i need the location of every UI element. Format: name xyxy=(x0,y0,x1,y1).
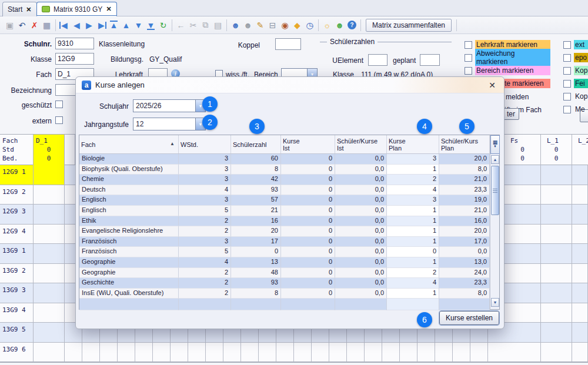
matrix-row-label[interactable]: 13G9 5 xyxy=(0,323,34,342)
kurse-plan-cell[interactable]: 1 xyxy=(387,226,439,237)
matrix-cell[interactable] xyxy=(572,205,588,224)
table-row[interactable]: Ethik21600,0116,0 xyxy=(79,216,490,227)
cut-icon[interactable]: ✂ xyxy=(187,19,199,32)
dialog-titlebar[interactable]: a Kurse anlegen ✕ xyxy=(76,77,504,93)
matrix-cell[interactable] xyxy=(34,264,65,283)
schulnr-field[interactable] xyxy=(55,38,94,49)
matrix-collapse-button[interactable]: Matrix zusammenfalten xyxy=(366,19,452,32)
matrix-row-label[interactable]: 12G9 1 xyxy=(0,165,34,185)
table-row[interactable]: Englisch52100,0121,0 xyxy=(79,206,490,216)
kurse-plan-cell[interactable]: 3 xyxy=(387,154,439,165)
matrix-cell[interactable] xyxy=(34,323,65,342)
matrix-row-label[interactable]: 12G9 4 xyxy=(0,225,34,244)
matrix-cell[interactable] xyxy=(505,165,541,185)
matrix-cell[interactable] xyxy=(34,185,65,205)
marker-item[interactable]: Kop xyxy=(563,91,588,102)
table-row[interactable]: Geographie41300,0113,0 xyxy=(79,257,490,268)
kurse-plan-cell[interactable]: 1 xyxy=(387,237,439,247)
kurse-plan-cell[interactable]: 4 xyxy=(387,278,439,289)
refresh-icon[interactable]: ↻ xyxy=(157,19,169,32)
teacher-icon[interactable]: ☻ xyxy=(242,19,254,32)
matrix-cell[interactable] xyxy=(572,244,588,263)
properties-icon[interactable]: ▦ xyxy=(41,19,53,32)
geplant-field[interactable] xyxy=(420,54,440,66)
scroll-up-button[interactable]: ▲ xyxy=(491,155,499,164)
matrix-cell[interactable] xyxy=(34,244,65,263)
matrix-cell[interactable] xyxy=(34,283,65,303)
matrix-cell[interactable] xyxy=(505,185,541,205)
matrix-row-label[interactable]: 12G9 3 xyxy=(0,205,34,224)
kurse-plan-cell[interactable]: 1 xyxy=(387,257,439,268)
extern-checkbox[interactable] xyxy=(55,116,63,124)
column-header[interactable]: KursePlan xyxy=(387,135,439,153)
matrix-row-label[interactable]: 12G9 2 xyxy=(0,185,34,205)
matrix-row-label[interactable]: 13G9 6 xyxy=(0,343,34,362)
jump-top-icon[interactable]: ▲ xyxy=(108,19,120,32)
table-row[interactable]: Deutsch49300,0423,3 xyxy=(79,185,490,196)
marker-checkbox[interactable] xyxy=(563,41,571,49)
matrix-row-label[interactable]: 13G9 1 xyxy=(0,244,34,263)
print-icon[interactable]: ⊟ xyxy=(266,19,279,32)
table-row[interactable]: Geographie24800,0224,0 xyxy=(79,268,490,279)
matrix-cell[interactable] xyxy=(572,165,588,185)
matrix-cell[interactable] xyxy=(541,283,572,303)
matrix-cell[interactable] xyxy=(572,323,588,342)
jahrgangstufe-select[interactable]: 12 ▼ xyxy=(133,118,206,130)
paste-icon[interactable]: ▤ xyxy=(212,19,224,32)
marker-checkbox[interactable] xyxy=(465,67,472,75)
column-header[interactable]: Schüler/KurseIst xyxy=(335,135,387,153)
filter-button-fragment[interactable]: ter xyxy=(503,108,519,120)
schuljahr-select[interactable]: 2025/26 ▼ xyxy=(133,99,206,112)
marker-item[interactable]: Kop xyxy=(563,65,588,76)
matrix-col-fs[interactable]: Fs 0 0 xyxy=(505,135,541,165)
matrix-cell[interactable] xyxy=(572,264,588,283)
marker-checkbox[interactable] xyxy=(465,54,472,62)
matrix-cell[interactable] xyxy=(541,303,572,323)
matrix-cell[interactable] xyxy=(505,205,541,224)
view-icon[interactable]: ◉ xyxy=(279,19,291,32)
marker-checkbox[interactable] xyxy=(563,106,571,113)
matrix-cell[interactable] xyxy=(541,165,572,185)
previous-record-icon[interactable]: ◀ xyxy=(71,19,83,32)
column-header[interactable]: Schüler/KursPlan xyxy=(439,135,490,153)
column-header[interactable]: WStd. xyxy=(179,135,231,153)
marker-item[interactable]: Abweichung markieren xyxy=(465,52,550,63)
first-record-icon[interactable]: ◀ xyxy=(58,19,71,32)
matrix-cell[interactable] xyxy=(541,264,572,283)
marker-item[interactable]: ext xyxy=(563,39,588,50)
marker-checkbox[interactable] xyxy=(465,41,472,49)
table-row[interactable]: Französisch31700,0117,0 xyxy=(79,237,490,247)
kurse-plan-cell[interactable]: 0 xyxy=(387,247,439,257)
table-row[interactable]: Französisch5000,000,0 xyxy=(79,247,490,257)
column-header[interactable]: KurseIst xyxy=(281,135,335,153)
clock-icon[interactable]: ◷ xyxy=(303,19,316,32)
jump-bottom-icon[interactable]: ▼ xyxy=(145,19,157,32)
marker-checkbox[interactable] xyxy=(563,67,571,75)
help-icon[interactable]: ? xyxy=(346,19,358,32)
matrix-cell[interactable] xyxy=(505,283,541,303)
undo-icon[interactable]: ↶ xyxy=(16,19,28,32)
matrix-cell[interactable] xyxy=(34,225,65,244)
matrix-cell[interactable] xyxy=(572,185,588,205)
kurse-plan-cell[interactable]: 1 xyxy=(387,165,439,175)
matrix-cell[interactable] xyxy=(34,205,65,224)
tab-start[interactable]: Start ✕ xyxy=(2,2,37,16)
kurse-erstellen-button[interactable]: Kurse erstellen xyxy=(439,311,499,325)
marker-item[interactable]: Bereich markieren xyxy=(465,65,550,76)
table-row[interactable]: Biologie36000,0320,0 xyxy=(79,154,490,165)
table-row[interactable]: Evangelische Religionslehre22000,0120,0 xyxy=(79,226,490,237)
marker-item[interactable]: Me xyxy=(563,104,588,115)
matrix-col-l2[interactable]: L_2 xyxy=(572,135,588,165)
close-icon[interactable]: ✕ xyxy=(26,6,31,14)
matrix-cell[interactable] xyxy=(572,303,588,323)
matrix-cell[interactable] xyxy=(505,264,541,283)
matrix-col-l1[interactable]: L_1 0 0 xyxy=(541,135,572,165)
matrix-col-d1[interactable]: D_1 0 0 xyxy=(34,135,65,165)
matrix-cell[interactable] xyxy=(34,343,65,362)
matrix-row-label[interactable]: 13G9 4 xyxy=(0,303,34,323)
column-header[interactable]: Schülerzahl xyxy=(231,135,281,153)
kurse-plan-cell[interactable]: 1 xyxy=(387,289,439,299)
column-header[interactable]: Fach▲ xyxy=(79,135,179,153)
table-row[interactable]: Biophysik (Quali. Oberstufe)3800,018,0 xyxy=(79,165,490,175)
back-arrow-icon[interactable]: ← xyxy=(175,19,187,32)
